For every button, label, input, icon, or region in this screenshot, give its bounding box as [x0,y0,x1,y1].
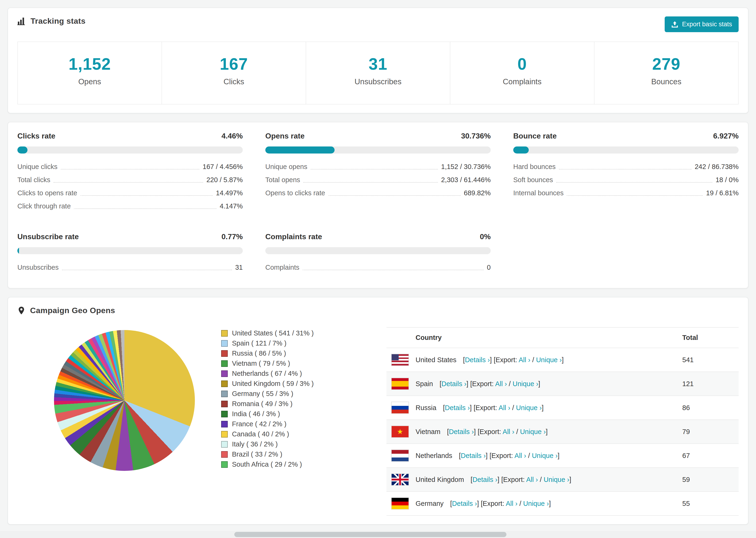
dotted-leader [559,169,691,170]
export-icon [671,21,678,28]
rate-progress-bar [17,146,243,153]
stat-row-hard-bounces: Hard bounces242 / 86.738% [513,160,739,173]
rate-title: Opens rate [265,132,304,140]
export-unique-link[interactable]: Unique › [520,428,546,435]
stat-value: 1,152 / 30.736% [441,160,491,173]
legend-label: Italy ( 36 / 2% ) [232,439,278,449]
export-all-link[interactable]: All › [514,452,526,459]
stat-value: 0 [487,261,491,274]
export-all-link[interactable]: All › [506,500,517,507]
stat-label: Soft bounces [513,173,553,187]
summary-value-complaints: 0 [450,55,594,74]
legend-swatch [221,461,228,468]
export-unique-link[interactable]: Unique › [536,356,562,364]
details-link[interactable]: Details › [452,500,477,507]
stat-row-soft-bounces: Soft bounces18 / 0% [513,173,739,187]
rate-block-bounce-rate: Bounce rate6.927%Hard bounces242 / 86.73… [513,132,739,213]
export-all-link[interactable]: All › [499,404,511,411]
stat-label: Total clicks [17,173,50,187]
stat-label: Total opens [265,173,300,187]
bar-chart-icon [17,17,26,26]
dotted-leader [303,182,438,183]
horizontal-scrollbar[interactable] [0,531,756,538]
export-basic-stats-button[interactable]: Export basic stats [665,17,739,32]
summary-cell-opens: 1,152Opens [18,42,162,104]
stat-row-total-opens: Total opens2,303 / 61.446% [265,173,491,187]
country-line: Vietnam[Details ›] [Export: All › / Uniq… [391,426,673,438]
rate-progress-fill [17,247,19,254]
legend-swatch [221,421,228,427]
rate-progress-fill [513,146,529,153]
legend-label: Spain ( 121 / 7% ) [232,338,287,348]
stat-value: 167 / 4.456% [203,160,243,173]
legend-label: India ( 46 / 3% ) [232,409,280,419]
stat-label: Complaints [265,261,299,274]
legend-swatch [221,330,228,337]
stat-label: Opens to clicks rate [265,187,325,199]
stat-value: 18 / 0% [716,173,739,187]
summary-label-unsubscribes: Unsubscribes [306,77,450,86]
country-name: Germany [415,500,444,508]
rate-head: Opens rate30.736% [265,132,491,140]
export-all-link[interactable]: All › [519,356,530,364]
country-name: Netherlands [415,452,452,459]
legend-label: Canada ( 40 / 2% ) [232,429,289,439]
legend-label: Russia ( 86 / 5% ) [232,348,286,358]
legend-swatch [221,370,228,377]
legend-swatch [221,381,228,387]
geo-table-row-spain: Spain[Details ›] [Export: All › / Unique… [387,372,739,396]
rate-title: Unsubscribe rate [17,232,79,241]
stat-label: Unsubscribes [17,261,59,274]
export-unique-link[interactable]: Unique › [516,404,542,411]
stat-row-click-through-rate: Click through rate4.147% [17,199,243,213]
legend-label: South Africa ( 29 / 2% ) [232,459,302,469]
legend-item-brazil: Brazil ( 33 / 2% ) [221,449,387,459]
map-pin-icon [17,306,26,315]
details-link[interactable]: Details › [441,380,466,388]
export-unique-link[interactable]: Unique › [532,452,558,459]
total-cell: 59 [677,467,739,492]
country-column-header: Country [387,327,677,348]
country-line: Russia[Details ›] [Export: All › / Uniqu… [391,402,673,414]
legend-item-romania: Romania ( 49 / 3% ) [221,399,387,409]
summary-label-bounces: Bounces [594,77,738,86]
geo-legend: United States ( 541 / 31% )Spain ( 121 /… [221,328,387,469]
legend-swatch [221,350,228,357]
summary-value-unsubscribes: 31 [306,55,450,74]
tracking-stats-card: Tracking stats Export basic stats 1,152O… [8,8,748,113]
dotted-leader [62,270,232,270]
geo-table-row-netherlands: Netherlands[Details ›] [Export: All › / … [387,444,739,467]
summary-value-bounces: 279 [594,55,738,74]
country-name: Russia [415,404,436,412]
details-link[interactable]: Details › [472,476,497,483]
summary-value-clicks: 167 [162,55,306,74]
rate-progress-fill [17,146,27,153]
legend-label: United States ( 541 / 31% ) [232,328,314,338]
stat-value: 19 / 6.81% [706,187,739,199]
export-unique-link[interactable]: Unique › [523,500,549,507]
geo-opens-card: Campaign Geo Opens United States ( 541 /… [8,297,748,525]
export-all-link[interactable]: All › [495,380,507,388]
rate-progress-bar [265,146,491,153]
export-unique-link[interactable]: Unique › [544,476,569,483]
country-links: [Details ›] [Export: All › / Unique ›] [443,404,544,412]
stat-value: 14.497% [216,187,243,199]
country-line: United States[Details ›] [Export: All › … [391,354,673,366]
stat-row-clicks-to-opens-rate: Clicks to opens rate14.497% [17,187,243,199]
details-link[interactable]: Details › [460,452,486,459]
export-all-link[interactable]: All › [503,428,514,435]
stat-label: Clicks to opens rate [17,187,77,199]
rate-progress-fill [265,146,335,153]
export-all-link[interactable]: All › [526,476,538,483]
es-flag-icon [391,378,409,390]
details-link[interactable]: Details › [465,356,490,364]
scrollbar-thumb[interactable] [234,532,507,537]
export-unique-link[interactable]: Unique › [513,380,538,388]
country-name: Vietnam [415,428,441,436]
legend-item-france: France ( 42 / 2% ) [221,419,387,429]
details-link[interactable]: Details › [449,428,474,435]
legend-item-germany: Germany ( 55 / 3% ) [221,389,387,399]
summary-value-opens: 1,152 [18,55,162,74]
details-link[interactable]: Details › [445,404,470,411]
stat-value: 31 [235,261,243,274]
